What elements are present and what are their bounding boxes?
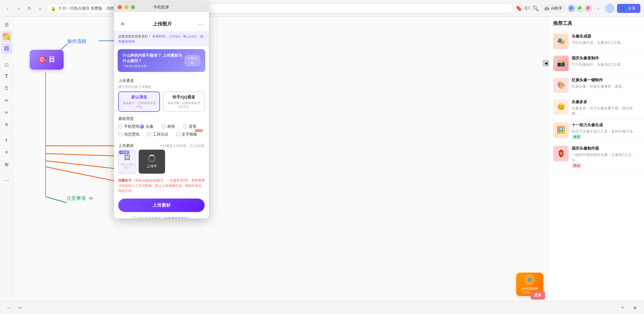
search-icon[interactable]: 🔍 [532,5,539,12]
node-notes-row: 注意事项 4 [67,195,94,202]
upload-slot-uploading[interactable]: 上传中 [139,150,165,174]
radio-circle-4 [118,132,122,136]
svg-line-8 [46,197,67,203]
window-controls [118,5,135,9]
ad-banner: 什么样的内容不能传？ 上传素材为什么被拒？ 了解规则避免浪费 → 立即点击 [118,49,205,72]
bookmark-icon[interactable]: 🔖 [516,5,522,12]
sidebar-thumb-2: 🎨 [553,77,569,93]
upload-slot-existing[interactable]: FREE 🖼 建议上传比例1:1 [118,150,136,174]
center-node-label: 目 [49,55,55,64]
toolbar-text[interactable]: T [1,71,12,82]
sidebar-arrow[interactable]: ◀ [543,60,549,67]
bottom-left-controls: ↩ ↪ [5,304,24,312]
sidebar-item-title-2: 红旗头像一键制作 [572,77,639,83]
sidebar-tag-5: 新品 [572,163,582,168]
sidebar-thumb-4: 🖼️ [553,122,569,138]
window-maximize-button[interactable] [131,5,135,9]
ai-label[interactable]: AI助手 [551,6,562,11]
channel-default-label: 默认通道 [122,94,156,100]
sidebar-item-3[interactable]: 😊 头像多多 头像多多，百万头像免费下载，值得收藏... [548,96,644,119]
toolbar-shapes[interactable] [1,31,12,42]
back-button[interactable]: ‹ [4,4,12,13]
toolbar-more2[interactable]: ⋯ [1,175,12,186]
radio-text-template[interactable]: 文字模板 NEW [176,132,205,137]
notice-text: 议建进群反馈更及时！ [118,34,151,38]
toolbar-divider-3 [3,172,10,172]
share-button[interactable]: 👥 分享 [617,4,640,13]
channel-default-card[interactable]: 默认通道 审核账户：过审核的所有平台 [118,91,160,112]
mind-map-lines [13,17,548,314]
toolbar-sticky[interactable]: 🗒 [1,83,12,94]
uploading-label: 上传中 [146,164,157,169]
radio-circle-0 [118,124,122,129]
more-button[interactable]: ‹ [594,4,603,13]
radio-emoji[interactable]: 表情 [161,124,183,129]
image-placeholder-icon: 🖼 [124,154,131,162]
toolbar-select[interactable]: ◻ [1,59,12,70]
sidebar-text-0: 头像生成器 节日头像生成，头像加2之后最... [572,34,639,49]
center-node[interactable]: 🎯 目 [30,50,64,70]
agreement-link[interactable]: 创作者服务协议 [164,217,188,218]
radio-circle-1 [140,124,144,129]
dialog-close-button[interactable]: ✕ [119,20,126,28]
toolbar-erase[interactable]: ✕ [1,119,12,130]
left-toolbar: ☰ 目 ◻ T 🗒 ✏ ✂ ✕ T ≡ ⊞ ⋯ 🗺 [0,17,13,314]
upload-submit-button[interactable]: 上传素材 [118,199,205,212]
more-tools-button[interactable]: ⊕ [631,304,639,312]
sidebar-item-0[interactable]: 🎭 头像生成器 节日头像生成，头像加2之后最... [548,31,644,52]
radio-row-2: 动态壁纸 工具玩法 文字模板 NEW [118,132,205,137]
upload-slots: FREE 🖼 建议上传比例1:1 上传中 [118,150,205,174]
sidebar-item-1[interactable]: 📸 国庆头像复制作 节日头像制作，头像加2之后最... [548,52,644,74]
refresh-button[interactable]: ↻ [25,4,34,13]
forward-button[interactable]: › [14,4,23,13]
node-notes[interactable]: 注意事项 [67,195,86,202]
radio-phone-wallpaper[interactable]: 手机壁纸 [118,124,140,129]
channel-default-sub: 审核账户：过审核的所有平台 [122,101,156,109]
sidebar-tag-4: 推荐 [572,134,582,139]
redo-button[interactable]: ↪ [16,304,24,312]
node-operation-flow[interactable]: 操作流程 [67,38,86,45]
sidebar-item-5[interactable]: 🏮 国庆头像制作器 一键制作圆框国庆头像，头像加2之后，头... 新品 [548,143,644,172]
sidebar-item-4[interactable]: 🖼️ 十一助力头像生成 国庆节头像生成小工具，多种头像可选... 推荐 [548,119,644,143]
radio-avatar[interactable]: 头像 [140,124,161,129]
sidebar-title: 推荐工具 [553,20,572,27]
channel-kuaishou-card[interactable]: 快手/QQ通道 审核范围：这家款能快手QQ平台 [163,91,205,112]
notice-bar: 议建进群反馈更及时！ 审核时间：上午9点 - 晚上12点，如有紧急特殊 [114,31,209,46]
window-close-button[interactable] [118,5,122,9]
radio-tools[interactable]: 工具玩法 [147,132,176,137]
toolbar-menu[interactable]: ☰ [1,19,12,30]
radio-circle-2 [161,124,166,129]
agreement-checkbox-1[interactable] [132,216,136,218]
sidebar-item-2[interactable]: 🎨 红旗头像一键制作 红旗头像，红旗头像素材，最多... [548,74,644,96]
tag-icon[interactable]: 🏷 [525,5,530,11]
ad-main-text: 什么样的内容不能传？ 上传素材为什么被拒？ [122,53,184,64]
bottom-bar: ↩ ↪ ↖ ⊕ [0,301,644,314]
home-button[interactable]: ⌂ [36,4,44,13]
toolbar-draw[interactable]: ✏ [1,95,12,106]
toolbar-node[interactable]: 目 [1,43,12,54]
dialog-header: ✕ 上传图片 ⋯ [114,17,209,31]
dialog-more-button[interactable]: ⋯ [199,21,204,27]
sidebar-text-4: 十一助力头像生成 国庆节头像生成小工具，多种头像可选... 推荐 [572,122,639,140]
sidebar-thumb-1: 📸 [553,55,569,71]
material-type-label: 素材类型 [118,116,205,121]
toolbar-text2[interactable]: T [1,135,12,146]
channel-kuaishou-sub: 审核范围：这家款能快手QQ平台 [167,101,201,109]
toolbar-cut[interactable]: ✂ [1,107,12,118]
undo-button[interactable]: ↩ [5,304,13,312]
window-minimize-button[interactable] [124,5,128,9]
sidebar-item-sub-4: 国庆节头像生成小工具，多种头像可选... [572,129,639,134]
cursor-button[interactable]: ↖ [619,304,627,312]
radio-background[interactable]: 背景 [183,124,205,129]
ad-click-button[interactable]: 立即点击 [184,55,200,66]
more-button-canvas[interactable]: 更多 [531,291,545,300]
toolbar-list[interactable]: ≡ [1,147,12,158]
radio-row-1: 手机壁纸 头像 表情 背景 [118,124,205,129]
mobile-window: 手机投屏 ✕ 上传图片 ⋯ 议建进群反馈更及时！ 审核时间：上午9点 - 晚上1… [114,2,209,218]
toolbar-divider-1 [3,56,10,57]
toolbar-table[interactable]: ⊞ [1,159,12,170]
mobile-titlebar: 手机投屏 [114,2,209,12]
sidebar-item-sub-1: 节日头像制作，头像加2之后最... [572,62,639,67]
radio-circle-5 [147,132,151,136]
radio-animated-wallpaper[interactable]: 动态壁纸 [118,132,147,137]
